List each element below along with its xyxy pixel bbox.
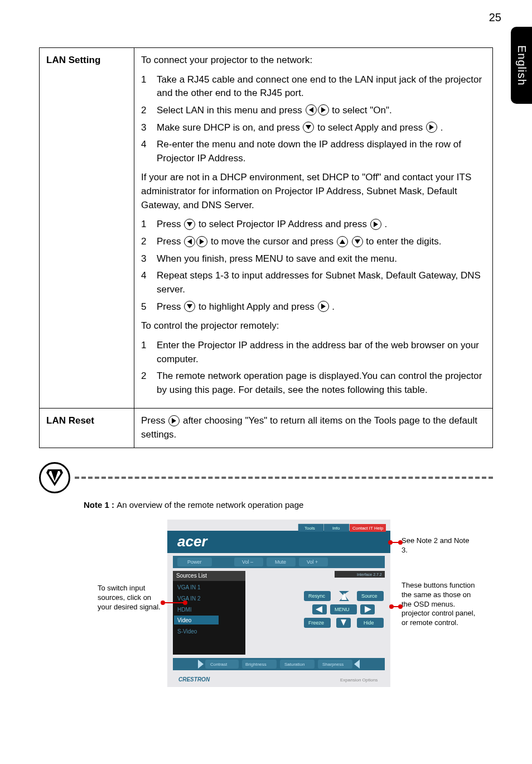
lan-setting-label: LAN Setting [40, 48, 134, 409]
connector-left [163, 602, 185, 603]
svg-text:Mute: Mute [275, 559, 286, 565]
lan-setting-content: To connect your projector to the network… [134, 48, 493, 409]
step-c1: Enter the Projector IP address in the ad… [157, 339, 486, 366]
connector-right-top [390, 542, 400, 543]
right-arrow-icon [318, 104, 329, 116]
svg-text:HDMI: HDMI [177, 607, 192, 613]
note1-caption: Note 1 : An overview of the remote netwo… [39, 500, 493, 510]
settings-table: LAN Setting To connect your projector to… [39, 47, 493, 448]
down-arrow-icon [184, 301, 195, 312]
svg-text:Contrast: Contrast [210, 662, 228, 667]
svg-text:Contact IT Help: Contact IT Help [352, 526, 384, 531]
step-a4: Re-enter the menu and note down the IP a… [157, 138, 486, 165]
svg-text:Hide: Hide [364, 620, 374, 626]
dhcp-off-para: If your are not in a DHCP environment, s… [141, 171, 486, 212]
page-number: 25 [489, 11, 501, 24]
svg-text:Tools: Tools [304, 526, 315, 531]
note1-label: Note 1 : [84, 500, 117, 510]
right-arrow-icon [318, 301, 329, 312]
svg-text:Brightness: Brightness [245, 662, 267, 667]
steps-a: 1Take a RJ45 cable and connect one end t… [141, 73, 486, 166]
language-tab-label: English [515, 45, 528, 86]
steps-c: 1Enter the Projector IP address in the a… [141, 339, 486, 397]
svg-text:MENU: MENU [335, 607, 350, 612]
svg-text:Vol –: Vol – [242, 559, 253, 565]
svg-text:Power: Power [187, 559, 202, 565]
intro-connect: To connect your projector to the network… [141, 54, 486, 68]
brand-logo: acer [177, 533, 208, 550]
svg-text:Sharpness: Sharpness [322, 662, 344, 667]
right-arrow-icon [196, 236, 207, 247]
up-arrow-icon [337, 236, 348, 247]
step-b3: When you finish, press MENU to save and … [157, 252, 486, 266]
dashes [75, 477, 493, 479]
step-c2: The remote network operation page is dis… [157, 369, 486, 397]
svg-text:Video: Video [177, 617, 192, 623]
callout-right-bot: These buttons function the same as those… [402, 581, 480, 628]
right-arrow-icon [168, 415, 180, 426]
right-arrow-icon [426, 122, 437, 133]
down-arrow-icon [352, 236, 363, 247]
lan-reset-content: Press after choosing "Yes" to return all… [134, 409, 493, 448]
svg-text:CRESTRON: CRESTRON [178, 676, 210, 683]
step-a1: Take a RJ45 cable and connect one end to… [157, 73, 486, 100]
step-a3: Make sure DHCP is on, and press to selec… [157, 121, 486, 135]
note1-text: An overview of the remote network operat… [117, 500, 303, 510]
step-b2: Press to move the cursor and press to en… [157, 235, 486, 249]
svg-text:Expansion Options: Expansion Options [340, 677, 378, 683]
svg-text:VGA IN 1: VGA IN 1 [177, 584, 201, 590]
svg-rect-17 [173, 571, 245, 655]
svg-text:VGA IN 2: VGA IN 2 [177, 595, 201, 602]
down-arrow-icon [303, 122, 314, 133]
note-icon [39, 462, 70, 493]
language-tab: English [511, 27, 532, 104]
step-a2: Select LAN in this menu and press to sel… [157, 104, 486, 118]
right-arrow-icon [370, 219, 381, 230]
note-row [39, 462, 493, 493]
remote-screenshot: acer Tools Info Contact IT Help Power Vo… [167, 520, 390, 687]
svg-text:Sources List: Sources List [176, 573, 207, 579]
steps-b: 1 Press to select Projector IP Address a… [141, 218, 486, 314]
left-arrow-icon [306, 104, 317, 116]
svg-rect-46 [173, 658, 385, 670]
overview-figure: To switch input sources, click on your d… [112, 520, 480, 687]
left-arrow-icon [184, 236, 195, 247]
step-b4: Repeat steps 1-3 to input addresses for … [157, 269, 486, 296]
svg-text:Info: Info [332, 526, 340, 531]
svg-text:Interface 2.7.2: Interface 2.7.2 [357, 573, 382, 576]
connector-right-bot [391, 606, 400, 607]
intro-remote: To control the projector remotely: [141, 319, 486, 333]
callout-left: To switch input sources, click on your d… [98, 584, 165, 612]
step-b5: Press to highlight Apply and press . [157, 300, 486, 314]
callout-right-top: See Note 2 and Note 3. [402, 536, 474, 555]
down-arrow-icon [184, 219, 195, 230]
svg-text:Resync: Resync [308, 593, 326, 599]
svg-text:Vol +: Vol + [307, 559, 318, 565]
step-b1: Press to select Projector IP Address and… [157, 218, 486, 232]
svg-text:Freeze: Freeze [308, 620, 324, 626]
svg-text:Saturation: Saturation [284, 662, 304, 667]
lan-reset-label: LAN Reset [40, 409, 134, 448]
svg-text:S-Video: S-Video [177, 628, 197, 635]
svg-text:Source: Source [361, 593, 378, 599]
